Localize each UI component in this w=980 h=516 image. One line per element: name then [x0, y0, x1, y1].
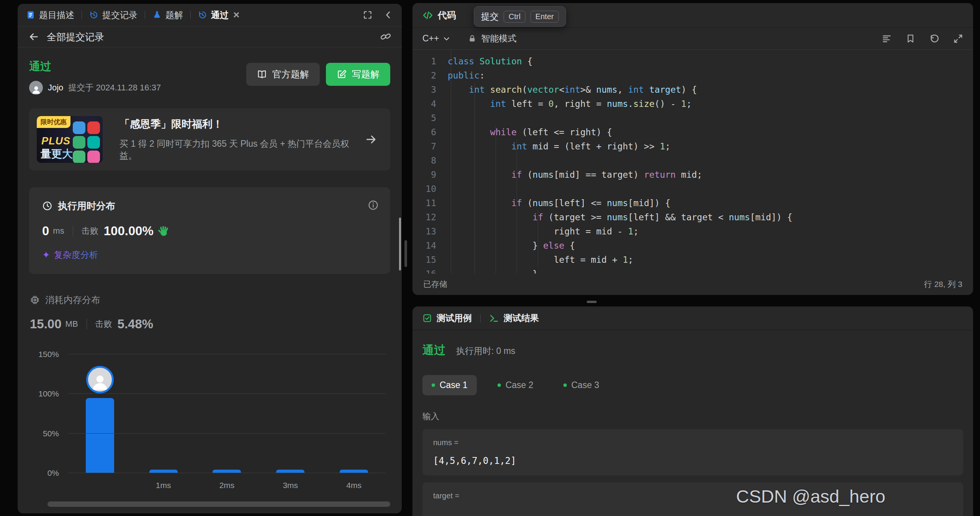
promo-plus-text: PLUS	[41, 135, 70, 147]
chart-bar-slot	[195, 354, 259, 473]
memory-title: 消耗内存分布	[45, 294, 100, 306]
tab-test-result[interactable]: 测试结果	[489, 312, 539, 324]
code-text: }	[436, 267, 538, 274]
line-number: 15	[412, 253, 436, 267]
green-dot-icon	[432, 383, 435, 387]
cursor-position: 行 28, 列 3	[924, 279, 962, 290]
link-icon[interactable]	[380, 31, 391, 42]
tab-divider	[82, 11, 82, 19]
terminal-icon	[489, 313, 499, 323]
chart-xtick-label: 3ms	[258, 481, 322, 490]
chart-bar[interactable]	[86, 398, 114, 473]
author-name[interactable]: Jojo	[48, 83, 63, 93]
lock-icon	[468, 34, 476, 43]
submission-body: 通过 Jojo 提交于 2024.11.28 16:37 官方题解	[18, 48, 402, 513]
testcase-tab-label: 测试用例	[437, 312, 472, 324]
back-label[interactable]: 全部提交记录	[47, 31, 104, 43]
chart-ytick-label: 100%	[38, 389, 59, 398]
promo-subtitle: 买 1 得 2 同时可享力扣 365 天 Plus 会员 + 热门平台会员权益。	[119, 138, 365, 162]
runtime-distribution-card: 执行用时分布 0 ms 击败 100.00% ✦ 复杂度分析	[29, 187, 390, 274]
code-line[interactable]: 3 int search(vector<int>& nums, int targ…	[412, 83, 973, 97]
fullscreen-icon[interactable]	[363, 10, 373, 20]
language-selector[interactable]: C++	[422, 33, 450, 44]
code-line[interactable]: 6 while (left <= right) {	[412, 125, 973, 139]
smart-mode-label: 智能模式	[481, 33, 516, 44]
left-panel-scrollbar[interactable]	[399, 218, 401, 270]
reset-code-icon[interactable]	[929, 33, 939, 44]
code-line[interactable]: 10	[412, 182, 973, 196]
divider	[87, 319, 87, 329]
code-lines: 1class Solution {2public:3 int search(ve…	[412, 54, 973, 274]
code-line[interactable]: 8	[412, 154, 973, 168]
chart-bar-slot	[68, 354, 132, 473]
expand-editor-icon[interactable]	[953, 34, 963, 44]
chart-xtick-label	[68, 481, 132, 490]
code-line[interactable]: 14 } else {	[412, 239, 973, 253]
code-line[interactable]: 9 if (nums[mid] == target) return mid;	[412, 168, 973, 182]
case-tab-1[interactable]: Case 1	[422, 375, 477, 395]
tab-testcase[interactable]: 测试用例	[422, 312, 472, 324]
complexity-analysis-link[interactable]: ✦ 复杂度分析	[42, 249, 377, 261]
submit-button[interactable]: 提交 Ctrl Enter	[474, 6, 566, 27]
runtime-value: 0	[42, 224, 49, 238]
code-text	[436, 111, 448, 125]
code-line[interactable]: 1class Solution {	[412, 54, 973, 69]
chevron-left-icon[interactable]	[383, 10, 393, 20]
official-solution-button[interactable]: 官方题解	[246, 63, 320, 86]
indent-guide	[538, 210, 538, 267]
app-icon	[87, 151, 100, 163]
back-arrow-icon[interactable]	[28, 31, 39, 42]
tab-submissions[interactable]: 提交记录	[89, 9, 137, 21]
code-text: } else {	[436, 239, 575, 253]
code-line[interactable]: 16 }	[412, 267, 973, 274]
promo-text: 「感恩季」限时福利！ 买 1 得 2 同时可享力扣 365 天 Plus 会员 …	[119, 117, 365, 162]
code-line[interactable]: 4 int left = 0, right = nums.size() - 1;	[412, 97, 973, 111]
format-code-icon[interactable]	[882, 33, 892, 44]
write-solution-label: 写题解	[352, 68, 380, 80]
code-editor-area[interactable]: 1class Solution {2public:3 int search(ve…	[412, 50, 973, 274]
panel-resize-handle-horizontal[interactable]	[587, 301, 597, 303]
code-line[interactable]: 15 left = mid + 1;	[412, 253, 973, 267]
arrow-right-icon[interactable]	[365, 133, 377, 146]
code-line[interactable]: 11 if (nums[left] <= nums[mid]) {	[412, 196, 973, 210]
info-icon[interactable]	[368, 200, 379, 211]
case-tab-3[interactable]: Case 3	[554, 375, 609, 395]
line-number: 8	[412, 154, 436, 168]
code-line[interactable]: 5	[412, 111, 973, 125]
avatar[interactable]	[29, 81, 43, 95]
chart-plot	[68, 354, 386, 473]
chart-user-avatar-marker	[86, 366, 114, 393]
code-line[interactable]: 2public:	[412, 69, 973, 83]
code-text: int mid = (left + right) >> 1;	[436, 139, 671, 154]
book-icon	[257, 69, 267, 79]
code-text: int search(vector<int>& nums, int target…	[436, 83, 697, 97]
code-line[interactable]: 12 if (target >= nums[left] && target < …	[412, 210, 973, 224]
app-icon	[73, 121, 85, 134]
line-number: 12	[412, 210, 436, 224]
tab-accepted-result[interactable]: 通过 ×	[198, 9, 239, 21]
smart-mode-toggle[interactable]: 智能模式	[468, 33, 516, 44]
edit-icon	[337, 69, 347, 79]
code-text: if (nums[left] <= nums[mid]) {	[436, 196, 671, 210]
tab-divider	[480, 314, 481, 323]
close-icon[interactable]: ×	[233, 10, 239, 20]
green-dot-icon	[563, 383, 567, 387]
tab-problem-description[interactable]: 题目描述	[26, 9, 74, 21]
input-field-nums[interactable]: nums = [4,5,6,7,0,1,2]	[422, 429, 963, 475]
panel-resize-handle-vertical[interactable]	[404, 240, 407, 267]
case-tab-2[interactable]: Case 2	[488, 375, 543, 395]
promo-banner[interactable]: 限时优惠 PLUS 量更大 「感恩季」限时福利！ 买 1 得 2 同时可享力扣 …	[29, 108, 390, 170]
tab-label: 通过	[211, 9, 229, 21]
chart-xtick-label: 1ms	[132, 481, 195, 490]
write-solution-button[interactable]: 写题解	[326, 63, 390, 86]
bookmark-icon[interactable]	[906, 34, 915, 43]
gutter-divider	[451, 50, 451, 274]
code-line[interactable]: 13 right = mid - 1;	[412, 224, 973, 239]
line-number: 11	[412, 196, 436, 210]
code-line[interactable]: 7 int mid = (left + right) >> 1;	[412, 139, 973, 154]
tab-solutions[interactable]: 题解	[152, 9, 183, 21]
chart-gridline	[68, 393, 386, 394]
chart-horizontal-scrollbar[interactable]	[47, 501, 390, 507]
line-number: 3	[412, 83, 436, 97]
beats-value: 100.00%	[104, 224, 154, 238]
